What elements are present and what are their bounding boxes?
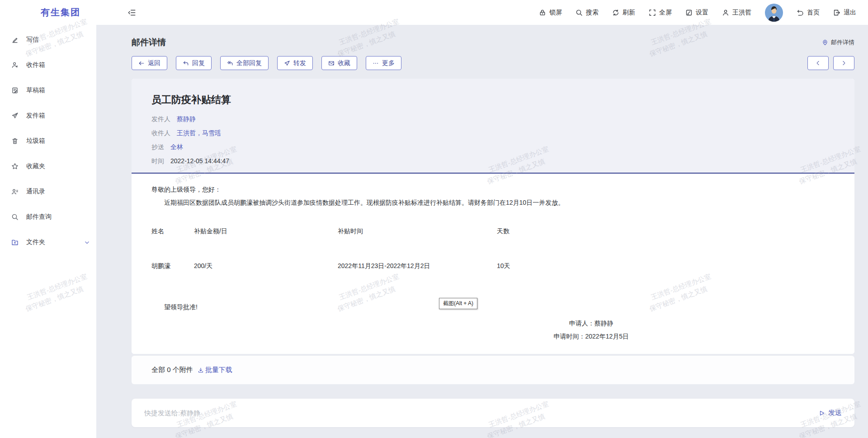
arrow-left-icon — [138, 60, 145, 66]
current-user-name: 王洪哲 — [732, 9, 751, 17]
table-cell: 2022年11月23日-2022年12月2日 — [338, 262, 497, 269]
quick-send-bar: 发送 — [132, 399, 854, 427]
table-header-cell: 天数 — [497, 227, 549, 262]
sidebar-item-drafts[interactable]: 草稿箱 — [0, 78, 96, 103]
sidebar-nav: 写信 收件箱 草稿箱 发件箱 垃圾箱 收藏夹 — [0, 25, 96, 255]
batch-download-link[interactable]: 批量下载 — [198, 366, 232, 374]
inbox-icon — [11, 61, 19, 69]
sidebar-item-contacts[interactable]: 通讯录 — [0, 179, 96, 204]
sidebar-item-label: 垃圾箱 — [26, 137, 45, 145]
mail-closing: 望领导批准! — [164, 303, 835, 311]
forward-button[interactable]: 转发 — [277, 56, 313, 70]
sidebar-item-compose[interactable]: 写信 — [0, 27, 96, 52]
page-header: 邮件详情 邮件详情 — [132, 37, 854, 48]
sidebar-item-label: 收藏夹 — [26, 162, 45, 170]
sent-icon — [11, 112, 19, 119]
attachments-summary: 全部 0 个附件 — [151, 366, 193, 374]
search-button[interactable]: 搜索 — [576, 9, 599, 17]
from-label: 发件人 — [151, 115, 170, 122]
main-area: 锁屏 搜索 刷新 全屏 设置 — [96, 0, 868, 438]
table-header-cell: 补贴时间 — [338, 227, 497, 262]
settings-label: 设置 — [696, 9, 708, 17]
mail-body: 尊敬的上级领导，您好： 近期福田区数据团队成员胡鹏濠被抽调沙头街道参加疫情数据处… — [132, 174, 854, 354]
contacts-icon — [11, 188, 19, 195]
screenshot-tooltip: 截图(Alt + A) — [439, 298, 477, 309]
reply-all-button[interactable]: 全部回复 — [220, 56, 269, 70]
previous-mail-button[interactable] — [807, 56, 829, 70]
more-button[interactable]: 更多 — [366, 56, 401, 70]
topbar-actions: 锁屏 搜索 刷新 全屏 设置 — [539, 4, 856, 22]
chevron-right-icon — [841, 60, 847, 66]
back-button[interactable]: 返回 — [132, 56, 167, 70]
to-contacts[interactable]: 王洪哲，马雪瑶 — [177, 129, 221, 137]
send-label: 发送 — [828, 409, 842, 417]
lock-icon — [539, 9, 546, 16]
trash-icon — [11, 137, 19, 145]
sidebar-item-inbox[interactable]: 收件箱 — [0, 52, 96, 78]
topbar: 锁屏 搜索 刷新 全屏 设置 — [96, 0, 868, 25]
next-mail-button[interactable] — [833, 56, 854, 70]
logout-button[interactable]: 退出 — [833, 9, 856, 17]
mail-from-row: 发件人蔡静静 — [151, 112, 835, 126]
fullscreen-icon — [649, 9, 656, 16]
home-button[interactable]: 首页 — [797, 9, 820, 17]
mail-time: 2022-12-05 14:44:47 — [170, 157, 229, 165]
current-user[interactable]: 王洪哲 — [722, 9, 751, 17]
lock-screen-label: 锁屏 — [549, 9, 562, 17]
batch-download-label: 批量下载 — [205, 366, 232, 374]
refresh-label: 刷新 — [623, 9, 635, 17]
sidebar-item-label: 收件箱 — [26, 61, 45, 69]
refresh-button[interactable]: 刷新 — [612, 9, 635, 17]
table-cell: 200/天 — [194, 262, 338, 269]
sidebar-item-label: 邮件查询 — [26, 213, 52, 221]
subsidy-table: 姓名 补贴金额/日 补贴时间 天数 胡鹏濠 200/天 2022年11月23日-… — [151, 227, 549, 269]
drafts-icon — [11, 87, 19, 94]
sidebar-item-favorites[interactable]: 收藏夹 — [0, 154, 96, 179]
settings-button[interactable]: 设置 — [685, 9, 708, 17]
logout-label: 退出 — [844, 9, 856, 17]
mail-to-row: 收件人王洪哲，马雪瑶 — [151, 126, 835, 140]
reply-icon — [183, 60, 189, 66]
content: 邮件详情 邮件详情 返回 回复 全部回复 — [96, 25, 868, 438]
home-return-icon — [797, 9, 804, 16]
lock-screen-button[interactable]: 锁屏 — [539, 9, 562, 17]
apply-time-row: 申请时间：2022年12月5日 — [553, 330, 629, 343]
favorite-button[interactable]: 收藏 — [321, 56, 357, 70]
table-cell: 胡鹏濠 — [151, 262, 194, 269]
sidebar-item-label: 草稿箱 — [26, 86, 45, 94]
forward-icon — [284, 60, 290, 66]
sidebar-item-sent[interactable]: 发件箱 — [0, 103, 96, 128]
favorite-label: 收藏 — [338, 59, 350, 67]
mail-pager — [807, 56, 854, 70]
ellipsis-icon — [373, 60, 379, 66]
collapse-sidebar-icon[interactable] — [128, 9, 136, 17]
mail-detail-card: 员工防疫补贴结算 发件人蔡静静 收件人王洪哲，马雪瑶 抄送全林 时间2022-1… — [132, 79, 854, 354]
apply-time-label: 申请时间： — [553, 333, 585, 340]
table-header-cell: 补贴金额/日 — [194, 227, 338, 262]
avatar[interactable] — [765, 4, 783, 22]
quick-send-input[interactable] — [144, 409, 810, 417]
table-header-cell: 姓名 — [151, 227, 194, 262]
mail-cc-row: 抄送全林 — [151, 140, 835, 154]
chevron-down-icon[interactable] — [84, 240, 90, 245]
chevron-left-icon — [815, 60, 821, 66]
reply-button[interactable]: 回复 — [176, 56, 212, 70]
fullscreen-button[interactable]: 全屏 — [649, 9, 672, 17]
compose-icon — [11, 36, 19, 43]
breadcrumb-label: 邮件详情 — [831, 38, 854, 47]
sidebar-item-folders[interactable]: 文件夹 — [0, 230, 96, 255]
from-contact[interactable]: 蔡静静 — [177, 115, 196, 122]
send-button[interactable]: 发送 — [819, 409, 842, 417]
sidebar-item-trash[interactable]: 垃圾箱 — [0, 128, 96, 154]
time-label: 时间 — [151, 157, 164, 165]
sidebar-item-mail-search[interactable]: 邮件查询 — [0, 204, 96, 230]
download-icon — [198, 367, 204, 373]
sidebar-item-label: 发件箱 — [26, 112, 45, 120]
breadcrumb: 邮件详情 — [822, 38, 854, 47]
sidebar: 有生集团 写信 收件箱 草稿箱 发件箱 垃圾箱 — [0, 0, 96, 438]
home-label: 首页 — [807, 9, 820, 17]
folder-plus-icon — [11, 239, 19, 246]
avatar-image — [765, 4, 783, 22]
search-label: 搜索 — [586, 9, 599, 17]
cc-contact[interactable]: 全林 — [170, 143, 183, 151]
